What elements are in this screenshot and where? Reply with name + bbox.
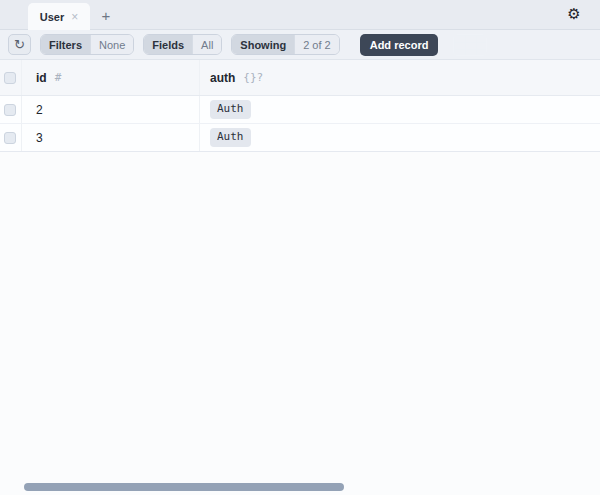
- showing-label: Showing: [232, 35, 294, 54]
- records-table: id # auth {}? 2 Auth 3: [0, 60, 600, 152]
- add-record-button[interactable]: Add record: [360, 34, 439, 56]
- gear-icon: ⚙: [567, 5, 580, 23]
- filters-label: Filters: [41, 35, 90, 54]
- column-name: auth: [210, 71, 235, 85]
- cell-auth[interactable]: Auth: [200, 124, 600, 151]
- cell-auth[interactable]: Auth: [200, 96, 600, 123]
- toolbar: ↻ Filters None Fields All Showing 2 of 2…: [0, 30, 600, 60]
- grid-icon: [453, 34, 487, 56]
- close-tab-icon[interactable]: ×: [71, 11, 78, 23]
- fields-control[interactable]: Fields All: [143, 34, 222, 55]
- prisma-studio-window: User × + ⚙ ↻ Filters None Fields All Sho…: [0, 0, 600, 495]
- tab-user[interactable]: User ×: [28, 3, 90, 30]
- relation-badge[interactable]: Auth: [210, 100, 251, 118]
- fields-label: Fields: [144, 35, 192, 54]
- select-all-checkbox[interactable]: [4, 72, 16, 84]
- column-name: id: [36, 71, 47, 85]
- header-checkbox-cell: [0, 60, 22, 95]
- column-header-auth[interactable]: auth {}?: [200, 60, 600, 95]
- id-value: 3: [36, 131, 43, 145]
- table-row: 2 Auth: [0, 96, 600, 124]
- filters-control[interactable]: Filters None: [40, 34, 134, 55]
- id-value: 2: [36, 103, 43, 117]
- row-checkbox[interactable]: [4, 104, 16, 116]
- table-header-row: id # auth {}?: [0, 60, 600, 96]
- fields-value: All: [192, 35, 221, 54]
- int-type-icon: #: [55, 71, 62, 84]
- refresh-button[interactable]: ↻: [8, 34, 31, 55]
- horizontal-scrollbar-thumb[interactable]: [24, 483, 344, 491]
- row-checkbox-cell: [0, 124, 22, 151]
- relation-type-icon: {}?: [243, 71, 263, 84]
- filters-value: None: [90, 35, 133, 54]
- showing-value: 2 of 2: [294, 35, 339, 54]
- showing-control[interactable]: Showing 2 of 2: [231, 34, 339, 55]
- table-row: 3 Auth: [0, 124, 600, 152]
- column-header-id[interactable]: id #: [22, 60, 200, 95]
- cell-id[interactable]: 2: [22, 96, 200, 123]
- new-tab-button[interactable]: +: [95, 5, 117, 26]
- tab-user-label: User: [40, 11, 64, 23]
- relation-badge[interactable]: Auth: [210, 128, 251, 146]
- cell-id[interactable]: 3: [22, 124, 200, 151]
- refresh-icon: ↻: [14, 38, 25, 51]
- plus-icon: +: [102, 7, 111, 24]
- row-checkbox[interactable]: [4, 132, 16, 144]
- row-checkbox-cell: [0, 96, 22, 123]
- settings-button[interactable]: ⚙: [565, 4, 583, 24]
- tab-bar: User × + ⚙: [0, 0, 600, 30]
